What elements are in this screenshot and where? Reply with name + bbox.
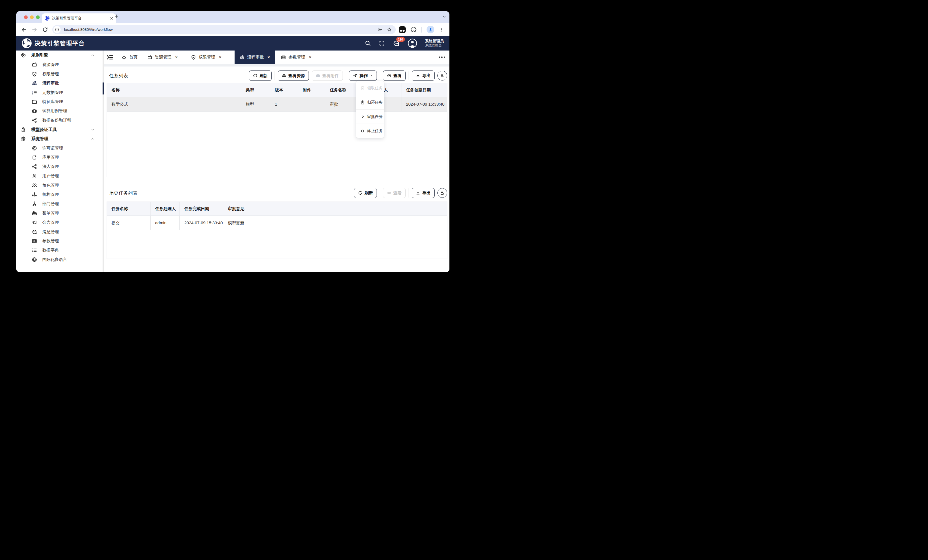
sidebar-item-data-backup-migration[interactable]: 数据备份和迁移 (16, 116, 102, 125)
history-refresh-button[interactable]: 刷新 (354, 188, 377, 198)
sidebar-item-metadata-mgmt[interactable]: 123 元数据管理 (16, 88, 102, 97)
export-button[interactable]: 导出 (412, 70, 435, 81)
user-role: 系统管理员 (425, 43, 444, 48)
col-version[interactable]: 版本 (270, 83, 298, 97)
sidebar-item-feature-store-mgmt[interactable]: 特征库管理 (16, 97, 102, 107)
sidebar-item-announcement-mgmt[interactable]: 公告管理 (16, 218, 102, 227)
user-gear-icon (440, 191, 445, 196)
view-attachment-button[interactable]: 查看附件 (312, 70, 343, 81)
history-column-settings-button[interactable] (437, 188, 447, 198)
forward-icon[interactable] (32, 27, 37, 32)
back-icon[interactable] (21, 27, 27, 32)
column-settings-button[interactable] (437, 71, 447, 81)
ring-dot-icon (387, 73, 391, 78)
sidebar-item-data-dictionary[interactable]: 数据字典 (16, 245, 102, 255)
sidebar-item-message-mgmt[interactable]: 消息管理 (16, 227, 102, 237)
sidebar-item-user-mgmt[interactable]: 用户管理 (16, 171, 102, 181)
col-name[interactable]: 名称 (107, 83, 241, 97)
menu-item-return-task[interactable]: 归还任务 (356, 95, 384, 109)
password-key-icon[interactable] (377, 27, 382, 32)
reload-icon[interactable] (42, 27, 48, 32)
tab-close-icon[interactable]: ✕ (267, 55, 270, 59)
sidebar-item-department-mgmt[interactable]: 部门管理 (16, 199, 102, 208)
history-table-row[interactable]: 提交 admin 2024-07-09 15:33:40 模型更新 (107, 216, 447, 230)
history-export-button[interactable]: 导出 (412, 188, 435, 198)
users-icon (32, 183, 37, 188)
task-list-title: 任务列表 (109, 70, 128, 81)
refresh-button[interactable]: 刷新 (249, 70, 272, 81)
sidebar-item-org-mgmt[interactable]: 机构管理 (16, 190, 102, 199)
tab-close-icon[interactable]: ✕ (308, 55, 312, 59)
sidebar-item-workflow-approval[interactable]: 流程审批 (16, 79, 102, 88)
history-toolbar: 刷新 查看 导出 (354, 188, 447, 198)
briefcase-icon (32, 108, 37, 114)
sidebar-group-model-validation[interactable]: 模型验证工具 (16, 125, 102, 134)
search-icon[interactable] (365, 40, 371, 46)
site-info-icon[interactable] (53, 26, 61, 33)
extensions-puzzle-icon[interactable] (411, 27, 417, 32)
view-tab-permission-mgmt[interactable]: 权限管理 ✕ (191, 50, 222, 64)
close-window-button[interactable] (24, 15, 28, 19)
browser-tab[interactable]: 决策引擎管理平台 (42, 14, 116, 23)
view-resource-button[interactable]: 查看资源 (278, 70, 309, 81)
tab-search-chevron-icon[interactable] (443, 15, 446, 18)
col-task-handler[interactable]: 任务处理人 (150, 202, 179, 216)
view-tab-resource-mgmt[interactable]: 资源管理 ✕ (147, 50, 178, 64)
new-tab-icon[interactable] (114, 14, 119, 18)
chrome-menu-kebab-icon[interactable] (439, 27, 444, 32)
sidebar-item-license-mgmt[interactable]: 许可证管理 (16, 143, 102, 153)
menu-item-terminate-task[interactable]: 终止任务 (356, 123, 384, 138)
tab-close-icon[interactable] (110, 17, 113, 20)
sidebar-item-permission-mgmt[interactable]: 权限管理 (16, 69, 102, 79)
bookmark-star-icon[interactable] (387, 27, 392, 32)
sidebar-item-role-mgmt[interactable]: 角色管理 (16, 181, 102, 190)
col-approval-comment[interactable]: 审批意见 (223, 202, 447, 216)
col-attachment[interactable]: 附件 (298, 83, 325, 97)
sidebar-item-legal-entity-mgmt[interactable]: 法人管理 (16, 162, 102, 171)
zoom-window-button[interactable] (36, 15, 40, 19)
download-icon (416, 73, 420, 78)
sidebar-scrollbar-thumb[interactable] (102, 82, 104, 94)
tab-close-icon[interactable]: ✕ (175, 55, 178, 59)
sidebar-item-resource-mgmt[interactable]: 资源管理 (16, 60, 102, 69)
task-table-row[interactable]: 数学公式 模型 1 审批 2024-07-09 15:33:40 (107, 97, 447, 112)
tab-close-icon[interactable]: ✕ (218, 55, 222, 59)
sidebar-group-rule-engine[interactable]: 规则引擎 (16, 50, 102, 60)
more-tabs-ellipsis-icon[interactable] (439, 56, 445, 58)
sidebar-item-menu-mgmt[interactable]: 菜单管理 (16, 208, 102, 218)
action-button[interactable]: 操作 (349, 70, 377, 81)
sidebar-item-parameter-mgmt[interactable]: 参数管理 (16, 236, 102, 246)
fullscreen-icon[interactable] (379, 40, 385, 46)
chrome-profile-avatar[interactable] (427, 26, 434, 33)
col-task-finished[interactable]: 任务完成日期 (179, 202, 223, 216)
col-task-created[interactable]: 任务创建日期 (401, 83, 447, 97)
col-task-name[interactable]: 任务名称 (107, 202, 150, 216)
url-text[interactable]: localhost:8080/#/re/workflow (64, 27, 377, 32)
extension-dark-icon[interactable] (399, 26, 406, 33)
sidebar-item-trial-case-mgmt[interactable]: 试算用例管理 (16, 106, 102, 116)
sidebar-item-i18n[interactable]: 国际化多语言 (16, 255, 102, 264)
address-bar[interactable]: localhost:8080/#/re/workflow (52, 25, 396, 34)
history-view-button[interactable]: 查看 (383, 188, 406, 198)
sidebar-group-system-mgmt[interactable]: 系统管理 (16, 134, 102, 143)
user-avatar[interactable] (408, 38, 417, 48)
browser-window: 决策引擎管理平台 localhost:8080/#/re/workflow (16, 11, 449, 272)
minimize-window-button[interactable] (30, 15, 34, 19)
divider (409, 189, 409, 198)
folder-icon (32, 99, 37, 105)
task-toolbar: 刷新 查看资源 查看附件 操作 (249, 70, 447, 81)
col-type[interactable]: 类型 (241, 83, 270, 97)
collapse-sidebar-icon[interactable] (107, 54, 113, 61)
menu-item-approve-task[interactable]: 审批任务 (356, 109, 384, 123)
cubes-icon (282, 73, 286, 78)
view-tab-workflow-approval[interactable]: 流程审批 ✕ (235, 50, 275, 64)
history-table-header: 任务名称 任务处理人 任务完成日期 审批意见 (107, 202, 447, 216)
sidebar-item-application-mgmt[interactable]: 应用管理 (16, 153, 102, 162)
messages-button[interactable]: 120 (393, 40, 400, 47)
view-tab-parameter-mgmt[interactable]: 参数管理 ✕ (281, 50, 312, 64)
menu-item-claim-task[interactable]: 领取任务 (356, 81, 384, 95)
action-dropdown-menu: 领取任务 归还任务 审批任务 终止任务 (356, 81, 384, 138)
view-button[interactable]: 查看 (383, 70, 406, 81)
view-tab-home[interactable]: 首页 (121, 50, 137, 64)
user-gear-icon (440, 73, 445, 78)
